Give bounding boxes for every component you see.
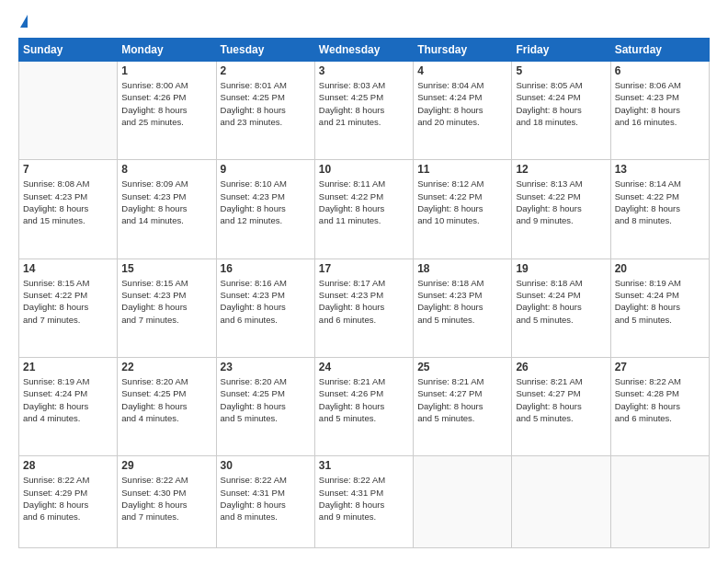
day-info: Sunrise: 8:19 AM Sunset: 4:24 PM Dayligh… [615, 277, 705, 326]
calendar-header-wednesday: Wednesday [314, 39, 413, 62]
calendar-cell: 4Sunrise: 8:04 AM Sunset: 4:24 PM Daylig… [414, 62, 512, 160]
calendar-cell: 15Sunrise: 8:15 AM Sunset: 4:23 PM Dayli… [118, 259, 216, 357]
calendar-cell: 23Sunrise: 8:20 AM Sunset: 4:25 PM Dayli… [216, 357, 314, 455]
calendar-cell: 3Sunrise: 8:03 AM Sunset: 4:25 PM Daylig… [314, 62, 413, 160]
logo [18, 15, 28, 29]
day-number: 1 [121, 64, 211, 77]
day-info: Sunrise: 8:06 AM Sunset: 4:23 PM Dayligh… [615, 79, 705, 128]
calendar-cell: 9Sunrise: 8:10 AM Sunset: 4:23 PM Daylig… [216, 160, 314, 259]
calendar-cell: 8Sunrise: 8:09 AM Sunset: 4:23 PM Daylig… [118, 160, 216, 259]
day-info: Sunrise: 8:17 AM Sunset: 4:23 PM Dayligh… [319, 277, 409, 326]
day-number: 8 [121, 163, 211, 176]
calendar-week-2: 14Sunrise: 8:15 AM Sunset: 4:22 PM Dayli… [19, 259, 710, 357]
day-info: Sunrise: 8:21 AM Sunset: 4:26 PM Dayligh… [319, 375, 409, 424]
calendar-cell [19, 62, 118, 160]
day-number: 27 [615, 361, 705, 373]
calendar-cell: 11Sunrise: 8:12 AM Sunset: 4:22 PM Dayli… [414, 160, 512, 259]
calendar-header-tuesday: Tuesday [216, 39, 314, 62]
day-number: 21 [23, 361, 113, 373]
calendar-week-4: 28Sunrise: 8:22 AM Sunset: 4:29 PM Dayli… [19, 456, 710, 548]
day-info: Sunrise: 8:18 AM Sunset: 4:23 PM Dayligh… [417, 277, 507, 326]
calendar-header-friday: Friday [512, 39, 610, 62]
calendar-cell: 10Sunrise: 8:11 AM Sunset: 4:22 PM Dayli… [314, 160, 413, 259]
calendar-cell: 2Sunrise: 8:01 AM Sunset: 4:25 PM Daylig… [216, 62, 314, 160]
day-number: 19 [516, 262, 606, 275]
calendar-cell [610, 456, 709, 548]
calendar-week-0: 1Sunrise: 8:00 AM Sunset: 4:26 PM Daylig… [19, 62, 710, 160]
day-number: 7 [23, 163, 113, 176]
calendar-cell: 5Sunrise: 8:05 AM Sunset: 4:24 PM Daylig… [512, 62, 610, 160]
calendar-cell: 7Sunrise: 8:08 AM Sunset: 4:23 PM Daylig… [19, 160, 118, 259]
day-number: 30 [221, 459, 311, 472]
calendar-cell: 16Sunrise: 8:16 AM Sunset: 4:23 PM Dayli… [216, 259, 314, 357]
calendar-header-saturday: Saturday [610, 39, 709, 62]
day-info: Sunrise: 8:09 AM Sunset: 4:23 PM Dayligh… [121, 178, 211, 226]
day-number: 3 [319, 64, 409, 77]
day-number: 2 [221, 64, 311, 77]
day-number: 17 [319, 262, 409, 275]
day-info: Sunrise: 8:08 AM Sunset: 4:23 PM Dayligh… [23, 178, 113, 226]
day-info: Sunrise: 8:21 AM Sunset: 4:27 PM Dayligh… [516, 375, 606, 424]
day-info: Sunrise: 8:10 AM Sunset: 4:23 PM Dayligh… [221, 178, 311, 226]
day-info: Sunrise: 8:05 AM Sunset: 4:24 PM Dayligh… [516, 79, 606, 128]
day-number: 25 [417, 361, 507, 373]
calendar-table: SundayMondayTuesdayWednesdayThursdayFrid… [18, 38, 710, 548]
calendar-cell: 24Sunrise: 8:21 AM Sunset: 4:26 PM Dayli… [314, 357, 413, 455]
day-number: 16 [221, 262, 311, 275]
day-number: 12 [516, 163, 606, 176]
day-number: 4 [417, 64, 507, 77]
calendar-cell: 1Sunrise: 8:00 AM Sunset: 4:26 PM Daylig… [118, 62, 216, 160]
calendar-cell: 25Sunrise: 8:21 AM Sunset: 4:27 PM Dayli… [414, 357, 512, 455]
day-number: 13 [615, 163, 705, 176]
calendar-header-sunday: Sunday [19, 39, 118, 62]
calendar-cell: 6Sunrise: 8:06 AM Sunset: 4:23 PM Daylig… [610, 62, 709, 160]
day-info: Sunrise: 8:11 AM Sunset: 4:22 PM Dayligh… [319, 178, 409, 226]
day-info: Sunrise: 8:22 AM Sunset: 4:29 PM Dayligh… [23, 474, 113, 523]
day-number: 26 [516, 361, 606, 373]
calendar-cell: 31Sunrise: 8:22 AM Sunset: 4:31 PM Dayli… [314, 456, 413, 548]
day-number: 23 [221, 361, 311, 373]
page: SundayMondayTuesdayWednesdayThursdayFrid… [0, 0, 728, 563]
day-info: Sunrise: 8:01 AM Sunset: 4:25 PM Dayligh… [221, 79, 311, 128]
day-info: Sunrise: 8:14 AM Sunset: 4:22 PM Dayligh… [615, 178, 705, 226]
day-number: 20 [615, 262, 705, 275]
calendar-cell: 12Sunrise: 8:13 AM Sunset: 4:22 PM Dayli… [512, 160, 610, 259]
day-number: 5 [516, 64, 606, 77]
day-info: Sunrise: 8:21 AM Sunset: 4:27 PM Dayligh… [417, 375, 507, 424]
day-info: Sunrise: 8:20 AM Sunset: 4:25 PM Dayligh… [121, 375, 211, 424]
day-info: Sunrise: 8:15 AM Sunset: 4:23 PM Dayligh… [121, 277, 211, 326]
day-number: 9 [221, 163, 311, 176]
day-info: Sunrise: 8:04 AM Sunset: 4:24 PM Dayligh… [417, 79, 507, 128]
calendar-cell: 21Sunrise: 8:19 AM Sunset: 4:24 PM Dayli… [19, 357, 118, 455]
calendar-header-monday: Monday [118, 39, 216, 62]
calendar-cell: 14Sunrise: 8:15 AM Sunset: 4:22 PM Dayli… [19, 259, 118, 357]
calendar-cell: 18Sunrise: 8:18 AM Sunset: 4:23 PM Dayli… [414, 259, 512, 357]
calendar-week-1: 7Sunrise: 8:08 AM Sunset: 4:23 PM Daylig… [19, 160, 710, 259]
day-number: 11 [417, 163, 507, 176]
day-info: Sunrise: 8:22 AM Sunset: 4:30 PM Dayligh… [121, 474, 211, 523]
day-number: 18 [417, 262, 507, 275]
day-info: Sunrise: 8:15 AM Sunset: 4:22 PM Dayligh… [23, 277, 113, 326]
day-number: 10 [319, 163, 409, 176]
calendar-cell: 28Sunrise: 8:22 AM Sunset: 4:29 PM Dayli… [19, 456, 118, 548]
day-number: 31 [319, 459, 409, 472]
day-info: Sunrise: 8:22 AM Sunset: 4:31 PM Dayligh… [319, 474, 409, 523]
calendar-header-thursday: Thursday [414, 39, 512, 62]
calendar-cell [512, 456, 610, 548]
calendar-cell: 20Sunrise: 8:19 AM Sunset: 4:24 PM Dayli… [610, 259, 709, 357]
day-info: Sunrise: 8:13 AM Sunset: 4:22 PM Dayligh… [516, 178, 606, 226]
day-number: 29 [121, 459, 211, 472]
calendar-week-3: 21Sunrise: 8:19 AM Sunset: 4:24 PM Dayli… [19, 357, 710, 455]
day-info: Sunrise: 8:16 AM Sunset: 4:23 PM Dayligh… [221, 277, 311, 326]
calendar-cell: 29Sunrise: 8:22 AM Sunset: 4:30 PM Dayli… [118, 456, 216, 548]
header [18, 15, 710, 29]
day-info: Sunrise: 8:03 AM Sunset: 4:25 PM Dayligh… [319, 79, 409, 128]
day-number: 6 [615, 64, 705, 77]
day-number: 14 [23, 262, 113, 275]
day-info: Sunrise: 8:22 AM Sunset: 4:28 PM Dayligh… [615, 375, 705, 424]
day-number: 15 [121, 262, 211, 275]
logo-triangle-icon [20, 15, 28, 28]
calendar-cell: 13Sunrise: 8:14 AM Sunset: 4:22 PM Dayli… [610, 160, 709, 259]
day-info: Sunrise: 8:12 AM Sunset: 4:22 PM Dayligh… [417, 178, 507, 226]
day-number: 28 [23, 459, 113, 472]
